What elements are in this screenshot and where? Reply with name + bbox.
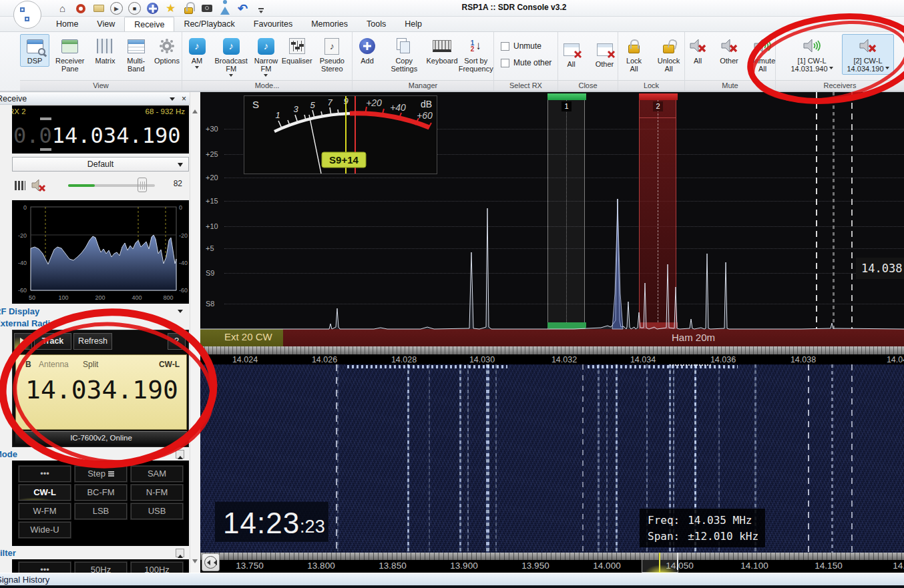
pseudo-stereo-button[interactable]: ♪Pseudo Stereo: [312, 34, 352, 75]
unmute-checkbox[interactable]: Unmute: [501, 41, 541, 51]
checkbox-icon[interactable]: [501, 42, 509, 51]
preset-dropdown[interactable]: Default: [12, 157, 189, 172]
receiver-pane-button[interactable]: Receiver Pane: [50, 34, 89, 75]
svg-text:0: 0: [23, 204, 27, 211]
tuned-frequency-line: [659, 553, 660, 573]
collapse-button[interactable]: [176, 549, 184, 557]
options-button[interactable]: Options: [152, 34, 182, 67]
unmute-all-button[interactable]: Unmute All: [748, 34, 777, 75]
volume-slider-thumb[interactable]: [138, 178, 147, 192]
waterfall-signal-streak: [598, 364, 600, 553]
add-icon[interactable]: [146, 2, 159, 15]
multi-band-button[interactable]: Multi-Band: [120, 34, 152, 75]
tab-view[interactable]: View: [87, 17, 124, 31]
external-radio-help-button[interactable]: ?: [168, 333, 186, 350]
checkbox-icon[interactable]: [501, 59, 509, 67]
lock-icon[interactable]: [182, 2, 195, 15]
filter-section-header[interactable]: Filter: [0, 547, 190, 559]
stop-icon[interactable]: ■: [128, 2, 141, 15]
folder-icon[interactable]: [92, 2, 105, 15]
scroll-down-icon[interactable]: [192, 559, 198, 566]
netmeeting-person-icon[interactable]: [218, 2, 231, 15]
scroll-up-icon[interactable]: [192, 107, 198, 113]
ruler-rewind-button[interactable]: [202, 553, 220, 571]
broadcast-fm-button[interactable]: ♪Broadcast FM: [212, 34, 250, 81]
favourite-star-icon[interactable]: ★: [164, 2, 177, 15]
frequency-display-panel[interactable]: RX 2 68 - 932 Hz 0.014.034.190: [12, 105, 189, 154]
tuned-frequency[interactable]: 0.014.034.190: [13, 123, 180, 148]
panel-close-icon[interactable]: ×: [182, 94, 186, 103]
waterfall-display[interactable]: 14:23 :23 Freq:14.035 MHz Span:±12.010 k…: [200, 364, 904, 553]
unlock-all-button[interactable]: Unlock All: [654, 34, 684, 75]
receive-sidebar: Receive × RX 2 68 - 932 Hz 0.014.034.190…: [0, 92, 200, 573]
undo-icon[interactable]: ↶: [236, 2, 249, 15]
close-all-button[interactable]: All: [557, 37, 586, 70]
tab-home[interactable]: Home: [47, 17, 87, 31]
lock-all-button[interactable]: Lock All: [620, 34, 649, 75]
dsp-button[interactable]: DSP: [20, 34, 49, 67]
mode-usb-button[interactable]: USB: [131, 503, 183, 519]
spectrum-frequency-ruler[interactable]: [200, 346, 904, 354]
collapse-arrow-icon[interactable]: [178, 310, 183, 316]
equaliser-button[interactable]: Equaliser: [282, 34, 312, 67]
mode-bcfm-button[interactable]: BC-FM: [75, 485, 127, 501]
keyboard-button[interactable]: Keyboard: [427, 34, 458, 67]
mode-sam-button[interactable]: SAM: [131, 466, 183, 482]
s-scale-label: S: [252, 99, 259, 110]
mute-other-checkbox[interactable]: Mute other: [501, 58, 551, 67]
refresh-button[interactable]: Refresh: [73, 333, 112, 350]
am-mode-button[interactable]: ♪AM: [182, 34, 212, 73]
sidebar-scrollbar[interactable]: [190, 92, 200, 573]
filter-100hz-button[interactable]: 100Hz: [131, 562, 183, 573]
external-radio-section-header[interactable]: External Radio: [0, 318, 190, 329]
mode-section-header[interactable]: Mode: [0, 449, 190, 460]
mode-cwl-button[interactable]: CW-L: [19, 485, 71, 501]
copy-settings-button[interactable]: Copy Settings: [383, 34, 426, 75]
receiver-2-button[interactable]: [2] CW-L 14.034.190: [842, 34, 894, 75]
close-other-button[interactable]: Other: [590, 37, 620, 70]
spectrum-display[interactable]: +30 +25 +20 +15 +10 +5 S9 S8 Ext 20 CW H…: [200, 92, 904, 364]
sort-by-frequency-button[interactable]: 12↓Sort by Frequency: [458, 34, 493, 75]
tab-help[interactable]: Help: [395, 17, 431, 31]
tab-receive[interactable]: Receive: [124, 17, 174, 31]
mode-more-button[interactable]: •••: [19, 466, 71, 482]
tab-tools[interactable]: Tools: [357, 17, 395, 31]
help-lifering-icon[interactable]: [74, 2, 87, 15]
tab-rec-playback[interactable]: Rec/Playback: [174, 17, 244, 31]
waterfall-freq-span-tooltip: Freq:14.035 MHz Span:±12.010 kHz: [640, 509, 765, 547]
speaker-muted-icon[interactable]: [31, 178, 47, 196]
external-radio-play-button[interactable]: [14, 333, 32, 350]
mode-lsb-button[interactable]: LSB: [75, 503, 127, 519]
ruler-label: 14.032: [551, 355, 577, 364]
filter-more-button[interactable]: •••: [19, 562, 71, 573]
track-button[interactable]: Track: [34, 333, 71, 350]
waterfall-signal-streak: [495, 364, 497, 553]
mute-all-button[interactable]: All: [683, 34, 712, 67]
home-icon[interactable]: ⌂: [56, 2, 69, 15]
play-icon[interactable]: ▶: [110, 2, 123, 15]
step-button[interactable]: Step: [75, 466, 127, 482]
waterfall-ruler-ticks[interactable]: [200, 553, 904, 560]
mode-wfm-button[interactable]: W-FM: [19, 503, 71, 519]
add-receiver-button[interactable]: Add: [353, 34, 382, 67]
narrow-fm-button[interactable]: ♪Narrow FM: [250, 34, 281, 81]
receiver-1-button[interactable]: [1] CW-L 14.031.940: [786, 34, 838, 75]
toolbar-options-icon[interactable]: [254, 2, 267, 15]
filter-50hz-button[interactable]: 50Hz: [75, 562, 127, 573]
collapse-button[interactable]: [176, 450, 184, 459]
svg-text:7: 7: [327, 97, 332, 107]
app-logo[interactable]: [13, 1, 41, 29]
waterfall-frequency-ruler[interactable]: 13.750 13.800 13.850 13.900 13.950 14.00…: [200, 553, 904, 573]
tab-memories[interactable]: Memories: [302, 17, 357, 31]
panel-dropdown-icon[interactable]: [170, 97, 175, 103]
mode-nfm-button[interactable]: N-FM: [131, 485, 183, 501]
svg-text:+20: +20: [366, 97, 382, 108]
music-note-icon: ♪: [223, 36, 240, 56]
mode-wideu-button[interactable]: Wide-U: [19, 522, 71, 538]
mute-other-button[interactable]: Other: [714, 34, 744, 67]
equalizer-levels-icon[interactable]: [15, 181, 25, 190]
tab-favourites[interactable]: Favourites: [244, 17, 302, 31]
camera-icon[interactable]: [200, 2, 213, 15]
rf-display-section-header[interactable]: RF Display: [0, 306, 190, 317]
matrix-button[interactable]: Matrix: [90, 34, 120, 67]
